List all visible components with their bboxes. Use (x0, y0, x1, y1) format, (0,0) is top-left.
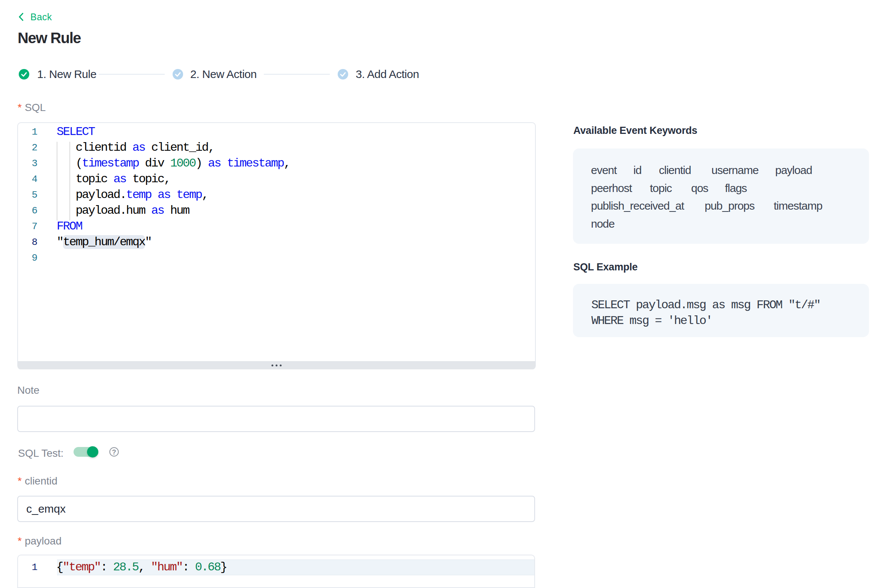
svg-text:?: ? (112, 448, 116, 456)
